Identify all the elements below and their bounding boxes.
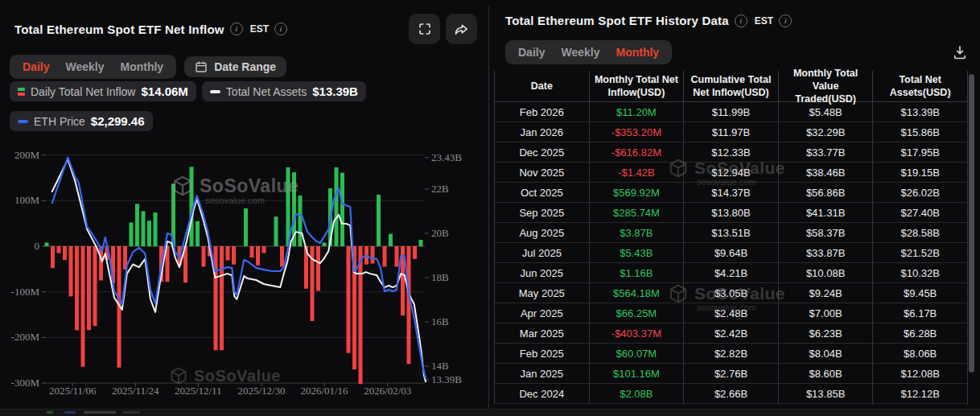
svg-text:16B: 16B <box>431 315 449 327</box>
value-cell: $13.39B <box>873 102 968 122</box>
white-dash-icon <box>210 90 220 93</box>
calendar-icon <box>195 60 208 73</box>
value-cell: $9.45B <box>873 283 968 303</box>
tab-weekly[interactable]: Weekly <box>553 43 607 61</box>
value-cell: $13.51B <box>684 223 779 243</box>
value-cell: $564.18M <box>590 283 685 303</box>
value-cell: $5.48B <box>779 102 874 122</box>
value-cell: $8.60B <box>779 364 874 384</box>
date-cell: Dec 2025 <box>495 142 590 163</box>
value-cell: -$353.20M <box>590 122 685 142</box>
value-cell: $8.04B <box>779 344 874 364</box>
value-cell: $14.37B <box>684 183 779 203</box>
svg-text:22B: 22B <box>431 183 449 195</box>
legend-value: $14.06M <box>141 84 187 98</box>
column-header: Cumulative Total Net Inflow(USD) <box>684 71 779 102</box>
value-cell: $3.05B <box>684 283 779 303</box>
svg-text:100M: 100M <box>14 194 40 206</box>
value-cell: $11.99B <box>684 102 779 122</box>
fullscreen-button[interactable] <box>409 14 440 44</box>
share-icon <box>454 22 469 37</box>
legend-value: $2,299.46 <box>91 114 145 128</box>
info-icon[interactable]: i <box>274 23 287 35</box>
value-cell: $101.16M <box>590 364 685 384</box>
value-cell: $27.40B <box>873 203 968 223</box>
info-icon[interactable]: i <box>230 23 243 35</box>
net-inflow-chart[interactable]: 200M100M0-100M-200M-300M23.43B22B20B18B1… <box>0 147 488 398</box>
svg-text:2025/11/06: 2025/11/06 <box>49 385 97 397</box>
value-cell: $33.77B <box>779 142 874 163</box>
value-cell: $6.17B <box>873 303 968 323</box>
next-section-partial <box>0 409 980 416</box>
legend-label: Total Net Assets <box>226 85 307 98</box>
value-cell: $9.64B <box>684 243 779 263</box>
value-cell: $11.20M <box>590 102 685 122</box>
timezone-label: EST <box>250 23 269 35</box>
column-header: Monthly Total Net Inflow(USD) <box>590 71 685 102</box>
value-cell: $66.25M <box>590 303 685 323</box>
value-cell: $2.48B <box>684 303 779 323</box>
download-icon <box>952 44 968 60</box>
svg-text:14B: 14B <box>431 360 449 372</box>
legend-daily-net-inflow[interactable]: Daily Total Net Inflow $14.06M <box>10 81 196 101</box>
chart-panel-title: Total Ethereum Spot ETF Net Inflow <box>14 23 224 36</box>
value-cell: -$616.82M <box>590 142 685 163</box>
date-cell: Sep 2025 <box>495 203 590 223</box>
legend-label: ETH Price <box>34 115 85 128</box>
svg-text:2025/11/24: 2025/11/24 <box>112 385 159 397</box>
table-scrollbar[interactable] <box>969 74 974 373</box>
legend-eth-price[interactable]: ETH Price $2,299.46 <box>10 111 153 131</box>
tab-daily[interactable]: Daily <box>510 43 553 61</box>
date-cell: Feb 2026 <box>495 102 590 122</box>
date-cell: Jul 2025 <box>495 243 590 263</box>
value-cell: -$403.37M <box>590 323 685 344</box>
svg-text:13.39B: 13.39B <box>431 373 462 385</box>
value-cell: $38.46B <box>779 163 874 183</box>
column-header: Total Net Assets(USD) <box>873 71 968 102</box>
date-cell: Dec 2024 <box>495 384 590 404</box>
panel-divider <box>488 6 489 416</box>
date-range-button[interactable]: Date Range <box>184 56 286 77</box>
value-cell: $1.16B <box>590 263 685 283</box>
chart-legend: Daily Total Net Inflow $14.06M Total Net… <box>10 81 484 131</box>
legend-label: Daily Total Net Inflow <box>31 85 135 98</box>
value-cell: $3.87B <box>590 223 685 243</box>
tab-weekly[interactable]: Weekly <box>57 58 112 76</box>
tab-monthly[interactable]: Monthly <box>112 58 171 76</box>
legend-value: $13.39B <box>312 84 358 98</box>
value-cell: $60.07M <box>590 344 685 364</box>
value-cell: $6.28B <box>873 323 968 344</box>
value-cell: $26.02B <box>873 183 968 203</box>
svg-text:2025/12/11: 2025/12/11 <box>175 385 222 397</box>
date-cell: Oct 2025 <box>495 183 590 203</box>
value-cell: $5.43B <box>590 243 685 263</box>
value-cell: $56.86B <box>779 183 874 203</box>
share-button[interactable] <box>446 14 477 44</box>
date-cell: Jan 2026 <box>495 122 590 142</box>
value-cell: $13.80B <box>684 203 779 223</box>
date-cell: Mar 2025 <box>495 323 590 344</box>
value-cell: $2.76B <box>684 364 779 384</box>
value-cell: $33.87B <box>779 243 874 263</box>
tab-monthly[interactable]: Monthly <box>607 43 667 61</box>
value-cell: $7.00B <box>779 303 874 323</box>
legend-total-net-assets[interactable]: Total Net Assets $13.39B <box>202 81 366 101</box>
info-icon[interactable]: i <box>735 14 747 27</box>
value-cell: $41.31B <box>779 203 874 223</box>
partial-glyph <box>64 411 76 414</box>
value-cell: -$1.42B <box>590 163 685 183</box>
table-controls: DailyWeeklyMonthly <box>505 40 968 64</box>
value-cell: $12.94B <box>684 163 779 183</box>
info-icon[interactable]: i <box>779 14 792 27</box>
value-cell: $10.08B <box>779 263 874 283</box>
svg-text:23.43B: 23.43B <box>431 151 462 163</box>
blue-dash-icon <box>18 120 28 123</box>
tab-daily[interactable]: Daily <box>14 58 57 76</box>
value-cell: $11.97B <box>684 122 779 142</box>
date-cell: Aug 2025 <box>495 223 590 243</box>
download-button[interactable] <box>952 44 968 60</box>
etf-dashboard: Total Ethereum Spot ETF Net Inflow i EST… <box>0 0 980 416</box>
value-cell: $285.74M <box>590 203 685 223</box>
svg-text:2026/02/03: 2026/02/03 <box>364 385 411 397</box>
partial-glyph <box>84 411 116 414</box>
